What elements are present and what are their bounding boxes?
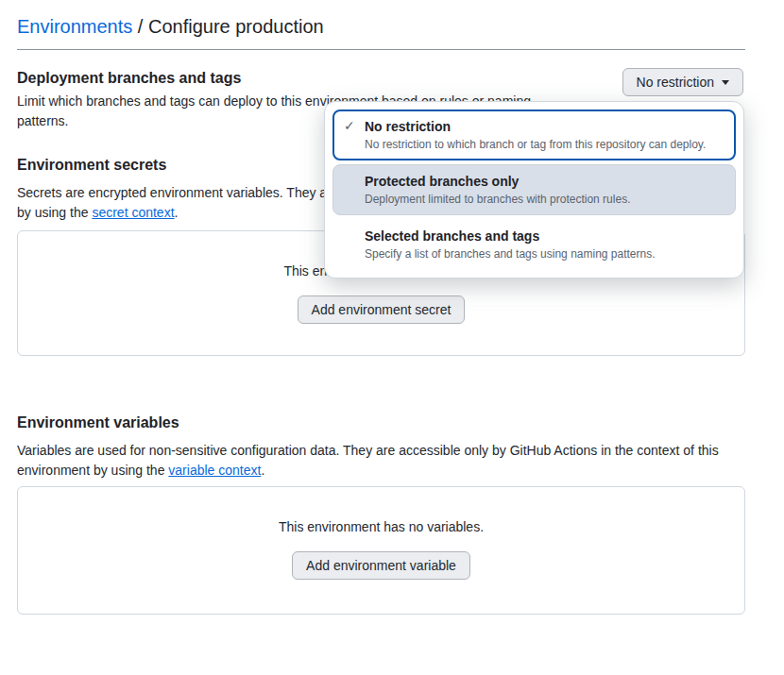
menu-item-title: No restriction [365,117,724,136]
secrets-description-period: . [175,205,179,220]
variable-context-link[interactable]: variable context [168,463,261,478]
variables-description-text: Variables are used for non-sensitive con… [17,443,719,478]
variables-empty-text: This environment has no variables. [279,517,484,536]
secrets-section-title: Environment secrets [17,155,166,175]
deployment-section-title: Deployment branches and tags [17,68,241,88]
dropdown-caret-icon [722,80,729,85]
restriction-dropdown-button[interactable]: No restriction [622,68,743,96]
menu-item-description: No restriction to which branch or tag fr… [365,136,724,153]
variables-empty-box: This environment has no variables. Add e… [17,486,745,615]
breadcrumb-separator-slash: / [138,16,144,37]
variables-description-period: . [261,463,264,478]
menu-item-description: Specify a list of branches and tags usin… [365,245,723,262]
menu-item-selected-branches[interactable]: Selected branches and tags Specify a lis… [332,219,736,270]
secret-context-link[interactable]: secret context [92,205,174,220]
variables-section-title: Environment variables [17,413,179,432]
check-icon: ✓ [344,118,355,133]
menu-item-description: Deployment limited to branches with prot… [365,191,723,208]
breadcrumb: Environments / Configure production [17,13,324,40]
add-secret-button[interactable]: Add environment secret [298,295,466,324]
restriction-menu: ✓ No restriction No restriction to which… [324,101,744,278]
page-title: Configure production [148,16,324,37]
menu-item-no-restriction[interactable]: ✓ No restriction No restriction to which… [332,110,736,160]
menu-item-title: Protected branches only [365,172,723,191]
header-divider [17,49,745,50]
environments-link[interactable]: Environments [17,16,132,37]
restriction-dropdown-label: No restriction [637,75,714,90]
environment-settings-page: Environments / Configure production Depl… [0,0,784,675]
menu-item-protected-branches[interactable]: Protected branches only Deployment limit… [332,164,736,215]
add-variable-button[interactable]: Add environment variable [292,551,470,580]
variables-description: Variables are used for non-sensitive con… [17,441,749,481]
menu-item-title: Selected branches and tags [365,227,723,245]
